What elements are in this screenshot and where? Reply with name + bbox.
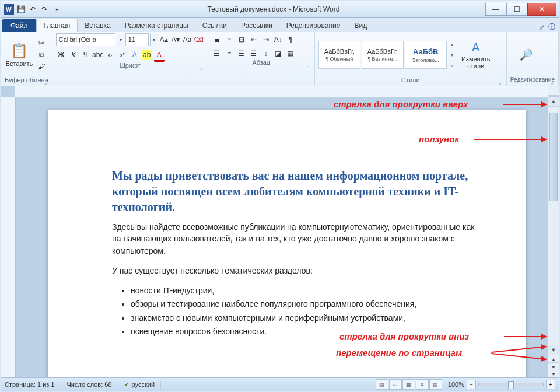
browse-object-button[interactable]: ● xyxy=(548,362,559,370)
horizontal-ruler[interactable] xyxy=(15,86,548,97)
maximize-button[interactable]: ☐ xyxy=(506,3,527,16)
next-page-button[interactable]: ▾ xyxy=(548,370,559,377)
style-normal[interactable]: АаБбВвГг, ¶ Обычный xyxy=(318,41,360,69)
format-painter-icon[interactable]: 🖌 xyxy=(36,61,47,72)
tab-mailings[interactable]: Рассылки xyxy=(234,19,279,32)
underline-icon[interactable]: Ч xyxy=(80,50,91,60)
status-word-count[interactable]: Число слов: 68 xyxy=(67,381,118,388)
scroll-track[interactable] xyxy=(548,107,559,345)
close-button[interactable]: ✕ xyxy=(527,3,556,16)
change-case-icon[interactable]: Aa xyxy=(182,34,192,45)
text-effects-icon[interactable]: A xyxy=(130,50,140,60)
subscript-icon[interactable]: x₂ xyxy=(105,50,116,60)
shading-icon[interactable]: ◪ xyxy=(273,48,284,59)
doc-paragraph: Здесь вы найдете всевозможные публикации… xyxy=(112,221,480,257)
font-size-combo[interactable]: 11 xyxy=(125,33,149,46)
indent-inc-icon[interactable]: ⇥ xyxy=(261,34,271,45)
qat-more-icon[interactable]: ▾ xyxy=(51,4,62,15)
vertical-ruler[interactable] xyxy=(1,97,16,377)
list-item: обзоры и тестирование наиболее популярно… xyxy=(131,298,480,310)
doc-paragraph: У нас существует несколько тематических … xyxy=(112,265,480,276)
redo-icon[interactable]: ↷ xyxy=(40,5,49,14)
clear-format-icon[interactable]: ⌫ xyxy=(194,34,204,45)
tab-layout[interactable]: Разметка страницы xyxy=(118,19,195,32)
indent-dec-icon[interactable]: ⇤ xyxy=(249,34,259,45)
titlebar: W 💾 ↶ ↷ ▾ Тестовый документ.docx - Micro… xyxy=(1,1,559,18)
align-center-icon[interactable]: ≡ xyxy=(224,48,235,59)
font-name-combo[interactable]: Calibri (Осно xyxy=(56,33,116,46)
zoom-out-button[interactable]: − xyxy=(467,380,476,389)
cut-icon[interactable]: ✂ xyxy=(36,38,47,48)
superscript-icon[interactable]: x² xyxy=(117,50,128,60)
tab-references[interactable]: Ссылки xyxy=(195,19,234,32)
numbering-icon[interactable]: ≡ xyxy=(224,34,235,45)
annotation-scroll-down: стрелка для прокрутки вниз xyxy=(340,331,469,341)
clipboard-icon: 📋 xyxy=(10,43,28,59)
show-marks-icon[interactable]: ¶ xyxy=(285,34,296,45)
zoom-slider[interactable] xyxy=(478,383,544,386)
scroll-thumb[interactable] xyxy=(550,113,558,201)
style-no-spacing[interactable]: АаБбВвГг, ¶ Без инте... xyxy=(362,41,404,69)
status-page[interactable]: Страница: 1 из 1 xyxy=(5,381,61,388)
font-color-icon[interactable]: A xyxy=(154,50,164,62)
align-left-icon[interactable]: ☰ xyxy=(212,48,222,59)
status-language[interactable]: ✔ русский xyxy=(124,381,161,388)
paste-button[interactable]: 📋 Вставить xyxy=(5,43,34,67)
tab-view[interactable]: Вид xyxy=(347,19,374,32)
scroll-down-arrow[interactable]: ▼ xyxy=(548,345,559,355)
group-editing: 🔎 Редактирование xyxy=(507,32,559,86)
font-name-dropdown[interactable]: ▾ xyxy=(117,34,124,46)
sort-icon[interactable]: A↓ xyxy=(273,34,284,45)
font-size-dropdown[interactable]: ▾ xyxy=(150,34,158,46)
view-print-layout[interactable]: ▤ xyxy=(376,379,388,390)
minimize-button[interactable]: — xyxy=(485,3,506,16)
copy-icon[interactable]: ⧉ xyxy=(36,50,47,60)
tab-home[interactable]: Главная xyxy=(36,19,78,32)
arrow-icon xyxy=(504,336,547,337)
view-full-screen[interactable]: ▭ xyxy=(389,379,402,390)
find-button[interactable]: 🔎 xyxy=(510,48,542,61)
split-box[interactable] xyxy=(548,86,559,95)
zoom-in-button[interactable]: + xyxy=(546,380,555,389)
ribbon-tabs: Файл Главная Вставка Разметка страницы С… xyxy=(1,18,559,32)
italic-icon[interactable]: К xyxy=(68,50,79,60)
justify-icon[interactable]: ☰ xyxy=(249,48,259,59)
help-icon[interactable]: ⓘ xyxy=(548,22,555,32)
vertical-scrollbar: ▲ ▼ ▴ ● ▾ xyxy=(548,97,559,377)
style-gallery-more[interactable]: ▴▾⌄ xyxy=(448,41,456,69)
group-label-styles: Стили xyxy=(318,76,503,86)
style-heading1[interactable]: АаБбВ Заголово... xyxy=(405,41,447,69)
zoom-control: 100% − + xyxy=(448,380,555,389)
window-buttons: — ☐ ✕ xyxy=(485,3,556,16)
scroll-up-arrow[interactable]: ▲ xyxy=(548,97,559,107)
view-outline[interactable]: ≡ xyxy=(416,379,429,390)
tab-file[interactable]: Файл xyxy=(2,19,36,32)
zoom-level[interactable]: 100% xyxy=(448,381,464,388)
line-spacing-icon[interactable]: ↕ xyxy=(261,48,271,59)
save-icon[interactable]: 💾 xyxy=(16,5,26,14)
group-clipboard: 📋 Вставить ✂ ⧉ 🖌 Буфер обмена xyxy=(1,32,52,86)
shrink-font-icon[interactable]: A▾ xyxy=(170,34,181,45)
align-right-icon[interactable]: ☰ xyxy=(236,48,247,59)
annotation-page-nav: перемещение по страницам xyxy=(336,348,462,358)
tab-insert[interactable]: Вставка xyxy=(78,19,118,32)
grow-font-icon[interactable]: A▴ xyxy=(159,34,169,45)
list-item: новости IT-индустрии, xyxy=(131,285,480,296)
prev-page-button[interactable]: ▴ xyxy=(548,355,559,362)
undo-icon[interactable]: ↶ xyxy=(28,5,37,14)
view-draft[interactable]: ▤ xyxy=(429,379,442,390)
annotation-thumb: ползунок xyxy=(419,134,459,144)
multilevel-icon[interactable]: ⊟ xyxy=(236,34,247,45)
minimize-ribbon-icon[interactable]: ⤢ xyxy=(539,23,545,32)
doc-heading: Мы рады приветствовать вас на нашем инфо… xyxy=(112,168,480,215)
strike-icon[interactable]: abc xyxy=(93,50,103,60)
style-gallery[interactable]: АаБбВвГг, ¶ Обычный АаБбВвГг, ¶ Без инте… xyxy=(318,41,456,69)
bullets-icon[interactable]: ≣ xyxy=(212,34,222,45)
change-styles-button[interactable]: A Изменить стили xyxy=(459,41,494,69)
borders-icon[interactable]: ▦ xyxy=(285,48,296,59)
binoculars-icon: 🔎 xyxy=(520,48,533,61)
view-web[interactable]: ▦ xyxy=(402,379,415,390)
tab-review[interactable]: Рецензирование xyxy=(279,19,348,32)
highlight-icon[interactable]: ab xyxy=(142,50,152,60)
bold-icon[interactable]: Ж xyxy=(56,50,66,60)
